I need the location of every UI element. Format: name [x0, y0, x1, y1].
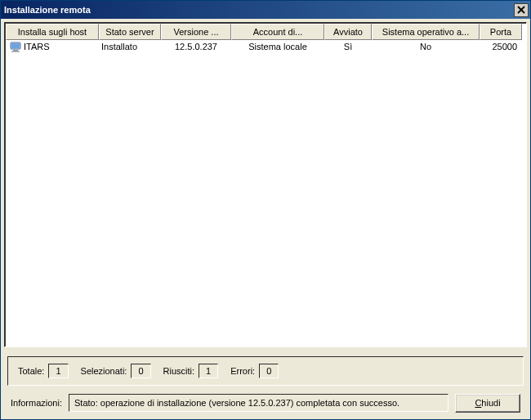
col-header-server-state[interactable]: Stato server [99, 24, 161, 40]
cell-os: No [372, 42, 480, 51]
stats-bar: Totale: 1 Selezionati: 0 Riusciti: 1 Err… [7, 356, 524, 386]
client-area: Installa sugli host Stato server Version… [1, 19, 530, 419]
table-row[interactable]: ITARS Installato 12.5.0.237 Sistema loca… [6, 40, 525, 53]
svg-rect-3 [11, 51, 20, 52]
remote-install-window: Installazione remota Installa sugli host… [0, 0, 531, 420]
errors-label: Errori: [230, 366, 255, 376]
cell-port: 25000 [480, 42, 522, 51]
column-headers: Installa sugli host Stato server Version… [6, 24, 525, 40]
col-header-account[interactable]: Account di... [231, 24, 324, 40]
cell-host-text: ITARS [24, 42, 50, 51]
cell-host: ITARS [6, 40, 99, 53]
cell-version: 12.5.0.237 [161, 42, 231, 51]
window-title: Installazione remota [4, 5, 91, 15]
errors-value: 0 [259, 364, 279, 378]
computer-icon [9, 40, 22, 53]
bottom-bar: Informazioni: Stato: operazione di insta… [4, 390, 527, 418]
titlebar: Installazione remota [1, 1, 530, 19]
svg-rect-2 [13, 50, 18, 51]
cell-started: Sì [324, 42, 372, 51]
selected-value: 0 [131, 364, 150, 378]
col-header-started[interactable]: Avviato [324, 24, 372, 40]
cell-account: Sistema locale [231, 42, 324, 51]
success-value: 1 [199, 364, 218, 378]
total-value: 1 [48, 364, 68, 378]
host-list-body[interactable]: ITARS Installato 12.5.0.237 Sistema loca… [6, 40, 525, 346]
success-label: Riusciti: [163, 366, 195, 376]
total-label: Totale: [18, 366, 44, 376]
col-header-version[interactable]: Versione ... [161, 24, 231, 40]
info-label: Informazioni: [11, 398, 62, 408]
info-text: Stato: operazione di installazione (vers… [69, 394, 448, 412]
close-icon[interactable] [514, 3, 529, 17]
col-header-os[interactable]: Sistema operativo a... [372, 24, 480, 40]
close-rest: hiudi [481, 398, 500, 408]
cell-server-state: Installato [99, 42, 161, 51]
selected-label: Selezionati: [81, 366, 127, 376]
col-header-host[interactable]: Installa sugli host [6, 24, 99, 40]
host-list-panel: Installa sugli host Stato server Version… [4, 22, 527, 347]
col-header-port[interactable]: Porta [480, 24, 522, 40]
svg-rect-1 [11, 43, 20, 48]
close-button[interactable]: Chiudi [455, 394, 520, 413]
